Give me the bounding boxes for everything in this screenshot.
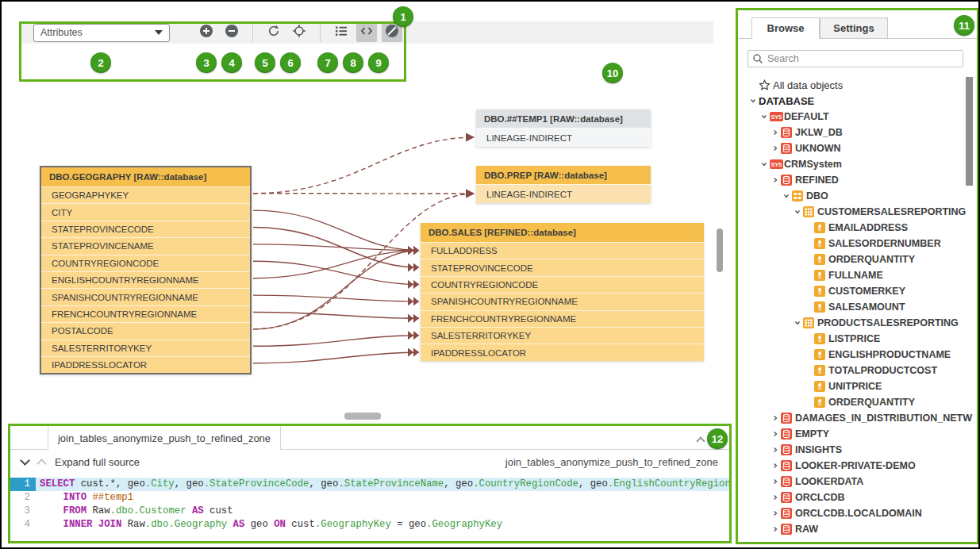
lineage-column-row[interactable]: IPADDRESSLOCATOR xyxy=(41,356,250,373)
column-icon xyxy=(814,238,828,249)
lineage-column-row[interactable]: IPADDRESSLOCATOR xyxy=(421,344,704,360)
canvas-vertical-scrollbar[interactable] xyxy=(717,228,723,272)
tree-item-orclcdb-localdomain[interactable]: ORCLCDB.LOCALDOMAIN xyxy=(738,505,977,521)
tree-item-all-data-objects[interactable]: All data objects xyxy=(738,77,977,93)
tree-item-orclcdb[interactable]: ORCLCDB xyxy=(738,489,977,505)
chevron-right-icon[interactable] xyxy=(770,462,781,470)
lineage-column-row[interactable]: SALESTERRITORYKEY xyxy=(41,340,250,356)
lineage-column-row[interactable]: FRENCHCOUNTRYREGIONNAME xyxy=(41,305,250,322)
lineage-table-header[interactable]: DBO.GEOGRAPHY [RAW::database] xyxy=(41,167,250,186)
tree-item-customersalesreporting[interactable]: CUSTOMERSALESREPORTING xyxy=(738,204,977,220)
lineage-table-temp1[interactable]: DBO.##TEMP1 [RAW::database]LINEAGE-INDIR… xyxy=(476,109,651,147)
chevron-down-icon[interactable] xyxy=(759,113,770,121)
tree-item-salesordernumber[interactable]: SALESORDERNUMBER xyxy=(738,236,977,251)
lineage-column-row[interactable]: SPANISHCOUNTRYREGIONNAME xyxy=(41,288,250,305)
sidebar-scrollbar[interactable] xyxy=(966,77,973,186)
list-button[interactable] xyxy=(331,23,352,42)
chevron-right-icon[interactable] xyxy=(770,129,781,136)
chevron-right-icon[interactable] xyxy=(770,509,781,517)
code-line-2: 2 INTO ##temp1 xyxy=(10,491,729,505)
chevron-right-icon[interactable] xyxy=(770,176,781,184)
lineage-column-row[interactable]: FRENCHCOUNTRYREGIONNAME xyxy=(421,310,704,327)
tree-item-dbo[interactable]: DBO xyxy=(738,188,977,204)
step-up-icon[interactable] xyxy=(37,459,47,469)
collapse-panel-icon[interactable] xyxy=(698,433,704,447)
chevron-down-icon[interactable] xyxy=(792,319,803,327)
tree-item-englishproductname[interactable]: ENGLISHPRODUCTNAME xyxy=(738,347,977,363)
lineage-table-geography[interactable]: DBO.GEOGRAPHY [RAW::database]GEOGRAPHYKE… xyxy=(40,166,252,374)
tree-item-emailaddress[interactable]: EMAILADDRESS xyxy=(738,220,977,236)
chevron-down-icon[interactable] xyxy=(747,97,759,105)
tree-item-unitprice[interactable]: UNITPRICE xyxy=(738,378,977,394)
chevron-right-icon[interactable] xyxy=(770,414,781,422)
lineage-column-row[interactable]: FULLADDRESS xyxy=(421,242,704,259)
tree-item-infa[interactable]: INFA xyxy=(738,537,977,542)
chevron-right-icon[interactable] xyxy=(770,493,781,501)
lineage-column-row[interactable]: LINEAGE-INDIRECT xyxy=(476,184,651,203)
attributes-dropdown[interactable]: Attributes xyxy=(33,24,170,42)
lineage-column-row[interactable]: LINEAGE-INDIRECT xyxy=(476,128,651,147)
tree-item-lookerdata[interactable]: LOOKERDATA xyxy=(738,474,977,489)
tree-item-database[interactable]: DATABASE xyxy=(738,93,977,109)
expand-full-source-button[interactable]: Expand full source xyxy=(55,456,140,468)
tab-browse[interactable]: Browse xyxy=(751,17,820,39)
tab-join-tables-anonymize[interactable]: join_tables_anonymize_push_to_refined_zo… xyxy=(48,426,281,450)
tree-item-salesamount[interactable]: SALESAMOUNT xyxy=(738,299,977,315)
tree-item-jklw-db[interactable]: JKLW_DB xyxy=(738,125,977,140)
chevron-down-icon[interactable] xyxy=(759,160,770,168)
code-button[interactable] xyxy=(356,23,377,42)
lineage-table-sales[interactable]: DBO.SALES [REFINED::database]FULLADDRESS… xyxy=(421,223,704,361)
tree-item-raw[interactable]: RAW xyxy=(738,521,977,537)
tree-item-fullname[interactable]: FULLNAME xyxy=(738,267,977,283)
zoom-out-button[interactable] xyxy=(221,23,242,42)
lineage-table-prep[interactable]: DBO.PREP [RAW::database]LINEAGE-INDIRECT xyxy=(476,166,651,203)
lineage-column-row[interactable]: COUNTRYREGIONCODE xyxy=(41,255,250,271)
lineage-table-header[interactable]: DBO.##TEMP1 [RAW::database] xyxy=(476,109,651,128)
lineage-column-row[interactable]: CITY xyxy=(41,203,250,220)
lineage-column-row[interactable]: SPANISHCOUNTRYREGIONNAME xyxy=(421,293,704,309)
tree-item-looker-private-demo[interactable]: LOOKER-PRIVATE-DEMO xyxy=(738,458,977,474)
code-text: FROM Raw.dbo.Customer AS cust xyxy=(36,505,729,518)
lineage-column-row[interactable]: ENGLISHCOUNTRYREGIONNAME xyxy=(41,271,250,288)
chevron-right-icon[interactable] xyxy=(770,430,781,438)
tree-item-crmsystem[interactable]: SYSCRMSystem xyxy=(738,156,977,172)
chevron-right-icon[interactable] xyxy=(747,541,759,542)
crosshair-button[interactable] xyxy=(289,23,309,42)
tree-item-customerkey[interactable]: CUSTOMERKEY xyxy=(738,283,977,299)
chevron-right-icon[interactable] xyxy=(770,144,781,152)
lineage-column-row[interactable]: SALESTERRITORYKEY xyxy=(421,327,704,344)
refresh-button[interactable] xyxy=(263,23,284,42)
tree-item-insights[interactable]: INSIGHTS xyxy=(738,442,977,458)
chevron-right-icon[interactable] xyxy=(770,478,781,486)
tree-item-refined[interactable]: REFINED xyxy=(738,172,977,188)
tree-item-damages-in-distribution-netw[interactable]: DAMAGES_IN_DISTRIBUTION_NETW xyxy=(738,410,977,426)
tab-settings[interactable]: Settings xyxy=(820,17,888,39)
chevron-down-icon[interactable] xyxy=(792,208,803,216)
chevron-right-icon[interactable] xyxy=(770,446,781,454)
tree-item-totalproductcost[interactable]: TOTALPRODUCTCOST xyxy=(738,363,977,378)
tree-item-label: UKNOWN xyxy=(795,143,841,154)
lineage-canvas[interactable]: DBO.GEOGRAPHY [RAW::database]GEOGRAPHYKE… xyxy=(2,2,732,424)
step-down-icon[interactable] xyxy=(20,455,30,466)
column-icon xyxy=(814,333,828,344)
tree-item-listprice[interactable]: LISTPRICE xyxy=(738,331,977,347)
lineage-table-header[interactable]: DBO.SALES [REFINED::database] xyxy=(421,223,704,242)
chevron-down-icon[interactable] xyxy=(781,192,792,200)
lineage-table-header[interactable]: DBO.PREP [RAW::database] xyxy=(476,166,651,184)
canvas-horizontal-scrollbar[interactable] xyxy=(344,413,381,420)
lineage-column-row[interactable]: GEOGRAPHYKEY xyxy=(41,186,250,203)
lineage-column-row[interactable]: COUNTRYREGIONCODE xyxy=(421,276,704,293)
tree-item-default[interactable]: SYSDEFAULT xyxy=(738,109,977,125)
lineage-column-row[interactable]: STATEPROVINCENAME xyxy=(41,237,250,254)
tree-item-orderquantity[interactable]: ORDERQUANTITY xyxy=(738,394,977,410)
lineage-column-row[interactable]: POSTALCODE xyxy=(41,322,250,339)
zoom-in-button[interactable] xyxy=(196,23,217,42)
tree-item-productsalesreporting[interactable]: PRODUCTSALESREPORTING xyxy=(738,315,977,331)
lineage-column-row[interactable]: STATEPROVINCECODE xyxy=(421,259,704,275)
tree-item-empty[interactable]: EMPTY xyxy=(738,426,977,442)
search-input[interactable] xyxy=(747,50,963,67)
tree-item-orderquantity[interactable]: ORDERQUANTITY xyxy=(738,251,977,267)
tree-item-uknown[interactable]: UKNOWN xyxy=(738,140,977,156)
chevron-right-icon[interactable] xyxy=(770,525,781,533)
lineage-column-row[interactable]: STATEPROVINCECODE xyxy=(41,221,250,237)
